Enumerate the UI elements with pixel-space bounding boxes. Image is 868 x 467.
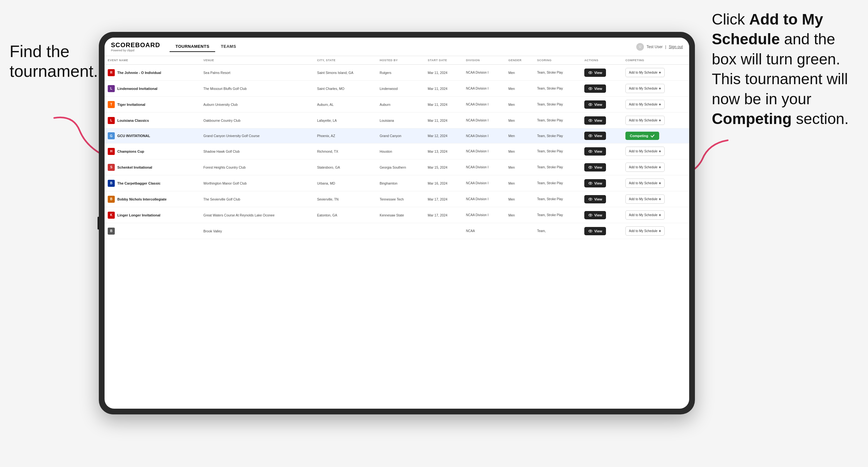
event-name: Schenkel Invitational xyxy=(117,165,152,169)
view-button[interactable]: View xyxy=(584,211,606,219)
table-row: T Tiger Invitational Auburn University C… xyxy=(104,97,689,113)
svg-point-13 xyxy=(590,151,591,152)
view-button[interactable]: View xyxy=(584,100,606,109)
gender: Men xyxy=(508,71,515,74)
add-to-schedule-button[interactable]: Add to My Schedule + xyxy=(625,100,664,109)
svg-point-23 xyxy=(590,230,591,232)
col-scoring: SCORING xyxy=(534,56,581,65)
add-to-schedule-button[interactable]: Add to My Schedule + xyxy=(625,147,664,156)
team-logo: T xyxy=(108,101,115,108)
col-event-name: EVENT NAME xyxy=(104,56,200,65)
event-name-cell: L Louisiana Classics xyxy=(108,117,197,124)
view-button[interactable]: View xyxy=(584,227,606,235)
view-button[interactable]: View xyxy=(584,163,606,172)
division: NCAA Division I xyxy=(466,150,489,153)
view-button[interactable]: View xyxy=(584,195,606,204)
nav-tab-teams[interactable]: TEAMS xyxy=(215,41,242,52)
division: NCAA Division I xyxy=(466,71,489,74)
division: NCAA Division I xyxy=(466,119,489,122)
col-hosted-by: HOSTED BY xyxy=(376,56,425,65)
add-to-schedule-button[interactable]: Add to My Schedule + xyxy=(625,68,664,77)
city-state: Lafayette, LA xyxy=(317,119,337,122)
event-name: The Carpetbagger Classic xyxy=(117,181,161,185)
eye-icon xyxy=(588,229,593,234)
table-row: S Schenkel Invitational Forest Heights C… xyxy=(104,159,689,175)
event-name-cell: H Champions Cup xyxy=(108,148,197,155)
add-to-schedule-button[interactable]: Add to My Schedule + xyxy=(625,179,664,188)
division: NCAA Division I xyxy=(466,103,489,106)
logo-text: SCOREBOARD xyxy=(111,41,160,49)
gender: Men xyxy=(508,119,515,122)
start-date: Mar 17, 2024 xyxy=(428,197,447,201)
team-logo: K xyxy=(108,212,115,219)
gender: Men xyxy=(508,87,515,91)
hosted-by: Kennesaw State xyxy=(380,213,404,217)
event-name: Louisiana Classics xyxy=(117,119,149,122)
hosted-by: Louisiana xyxy=(380,119,394,122)
view-button[interactable]: View xyxy=(584,116,606,125)
view-button[interactable]: View xyxy=(584,132,606,140)
svg-point-9 xyxy=(590,120,591,121)
svg-point-7 xyxy=(590,104,591,105)
city-state: Phoenix, AZ xyxy=(317,134,335,138)
eye-icon xyxy=(588,213,593,217)
col-division: DIVISION xyxy=(463,56,505,65)
team-logo: G xyxy=(108,132,115,139)
logo-sub: Powered by clippd xyxy=(111,49,160,52)
start-date: Mar 11, 2024 xyxy=(428,87,447,91)
start-date: Mar 16, 2024 xyxy=(428,181,447,185)
view-button[interactable]: View xyxy=(584,147,606,156)
col-gender: GENDER xyxy=(505,56,534,65)
plus-icon: + xyxy=(659,228,661,234)
gender: Men xyxy=(508,150,515,153)
scoring: Team, Stroke Play xyxy=(537,87,563,90)
add-to-schedule-button[interactable]: Add to My Schedule + xyxy=(625,162,664,172)
col-competing: COMPETING xyxy=(622,56,689,65)
start-date: Mar 15, 2024 xyxy=(428,165,447,169)
division: NCAA xyxy=(466,229,475,233)
competing-button[interactable]: Competing xyxy=(625,132,659,140)
view-button[interactable]: View xyxy=(584,68,606,77)
hosted-by: Grand Canyon xyxy=(380,134,401,138)
add-to-schedule-button[interactable]: Add to My Schedule + xyxy=(625,116,664,125)
scoring: Team, Stroke Play xyxy=(537,213,563,217)
eye-icon xyxy=(588,70,593,75)
gender: Men xyxy=(508,103,515,106)
view-button[interactable]: View xyxy=(584,85,606,93)
svg-point-11 xyxy=(590,135,591,136)
nav-tab-tournaments[interactable]: TOURNAMENTS xyxy=(169,41,215,52)
svg-point-17 xyxy=(590,183,591,184)
event-name: GCU INVITATIONAL xyxy=(117,134,150,138)
hosted-by: Houston xyxy=(380,150,392,153)
hosted-by: Lindenwood xyxy=(380,87,398,91)
city-state: Saint Charles, MO xyxy=(317,87,345,91)
scoring: Team, Stroke Play xyxy=(537,165,563,169)
table-row: B The Carpetbagger Classic Worthington M… xyxy=(104,175,689,191)
add-to-schedule-button[interactable]: Add to My Schedule + xyxy=(625,210,664,220)
city-state: Eatonton, GA xyxy=(317,213,337,217)
sign-out-link[interactable]: Sign out xyxy=(669,44,683,49)
eye-icon xyxy=(588,133,593,138)
view-button[interactable]: View xyxy=(584,179,606,187)
city-state: Urbana, MD xyxy=(317,181,335,185)
start-date: Mar 11, 2024 xyxy=(428,119,447,122)
eye-icon xyxy=(588,102,593,107)
separator: | xyxy=(665,44,666,49)
division: NCAA Division I xyxy=(466,181,489,185)
add-to-schedule-button[interactable]: Add to My Schedule + xyxy=(625,226,664,236)
col-actions: ACTIONS xyxy=(581,56,622,65)
svg-point-5 xyxy=(590,88,591,89)
event-name-cell: B xyxy=(108,227,197,235)
table-row: R The Johnnie - O Individual Sea Palms R… xyxy=(104,65,689,81)
svg-point-15 xyxy=(590,167,591,168)
tablet-device: SCOREBOARD Powered by clippd TOURNAMENTS… xyxy=(99,32,695,414)
gender: Men xyxy=(508,197,515,201)
venue: Worthington Manor Golf Club xyxy=(204,181,247,185)
team-logo: B xyxy=(108,227,115,235)
add-to-schedule-button[interactable]: Add to My Schedule + xyxy=(625,194,664,204)
hosted-by: Auburn xyxy=(380,103,391,106)
scoring: Team, xyxy=(537,229,546,233)
col-start-date: START DATE xyxy=(425,56,463,65)
team-logo: B xyxy=(108,196,115,203)
add-to-schedule-button[interactable]: Add to My Schedule + xyxy=(625,84,664,93)
